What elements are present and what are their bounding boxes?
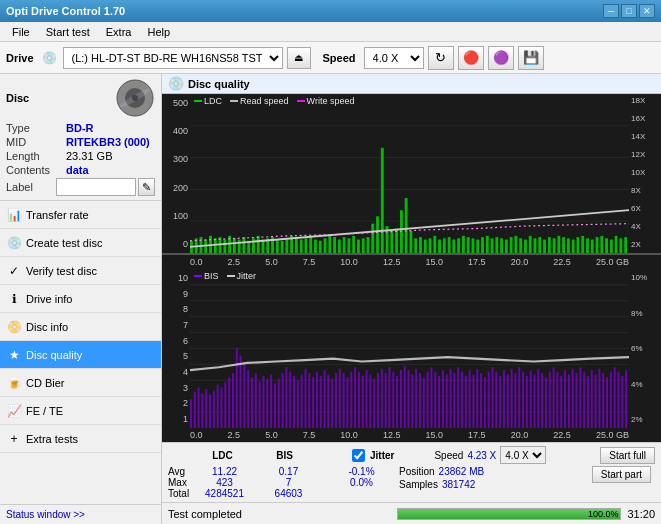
start-full-button[interactable]: Start full xyxy=(600,447,655,464)
svg-rect-179 xyxy=(457,367,459,428)
stats-spacer xyxy=(168,450,188,461)
nav-disc-quality[interactable]: ★ Disc quality xyxy=(0,341,161,369)
svg-rect-26 xyxy=(276,240,279,253)
nav-verify-test-disc[interactable]: ✓ Verify test disc xyxy=(0,257,161,285)
svg-rect-128 xyxy=(263,376,265,428)
app-title: Opti Drive Control 1.70 xyxy=(6,5,125,17)
svg-rect-168 xyxy=(415,369,417,428)
svg-rect-50 xyxy=(390,231,393,253)
eject-button[interactable]: ⏏ xyxy=(287,47,311,69)
svg-rect-42 xyxy=(352,236,355,253)
menu-help[interactable]: Help xyxy=(139,24,178,40)
svg-rect-44 xyxy=(362,238,365,253)
svg-rect-63 xyxy=(452,240,455,253)
svg-rect-124 xyxy=(247,370,249,428)
label-edit-button[interactable]: ✎ xyxy=(138,178,155,196)
nav-verify-test-disc-label: Verify test disc xyxy=(26,265,97,277)
speed-select[interactable]: 4.0 X xyxy=(364,47,424,69)
nav-menu: 📊 Transfer rate 💿 Create test disc ✓ Ver… xyxy=(0,201,161,504)
menu-start-test[interactable]: Start test xyxy=(38,24,98,40)
export-button[interactable]: 💾 xyxy=(518,46,544,70)
svg-rect-131 xyxy=(274,383,276,428)
svg-rect-64 xyxy=(457,238,460,253)
svg-rect-171 xyxy=(427,372,429,428)
svg-rect-194 xyxy=(514,373,516,428)
nav-extra-tests[interactable]: + Extra tests xyxy=(0,425,161,453)
nav-fe-te[interactable]: 📈 FE / TE xyxy=(0,397,161,425)
chart2-y-labels-right: 10% 8% 6% 4% 2% xyxy=(629,269,661,428)
nav-create-test-disc[interactable]: 💿 Create test disc xyxy=(0,229,161,257)
speed-stat-value: 4.23 X xyxy=(467,450,496,461)
svg-rect-69 xyxy=(481,237,484,253)
svg-rect-116 xyxy=(217,385,219,428)
chart2-main: BIS Jitter xyxy=(190,269,629,428)
svg-rect-18 xyxy=(238,240,241,253)
svg-rect-207 xyxy=(564,370,566,428)
svg-rect-211 xyxy=(579,367,581,428)
svg-rect-21 xyxy=(252,238,255,253)
max-bis: 7 xyxy=(261,477,316,488)
samples-value: 381742 xyxy=(442,479,475,490)
svg-rect-204 xyxy=(553,367,555,428)
label-input[interactable] xyxy=(56,178,136,196)
drive-icon: 💿 xyxy=(42,51,57,65)
svg-rect-169 xyxy=(419,373,421,428)
svg-rect-152 xyxy=(354,367,356,428)
svg-rect-112 xyxy=(201,393,203,428)
svg-rect-83 xyxy=(548,237,551,253)
svg-rect-136 xyxy=(293,376,295,428)
svg-rect-188 xyxy=(492,367,494,428)
svg-rect-70 xyxy=(486,236,489,253)
legend-bis-label: BIS xyxy=(204,271,219,281)
bis-dot xyxy=(194,275,202,277)
chart1-svg xyxy=(190,94,629,253)
nav-fe-te-label: FE / TE xyxy=(26,405,63,417)
nav-drive-info[interactable]: ℹ Drive info xyxy=(0,285,161,313)
stats-header-row: LDC BIS Jitter Speed 4.23 X 4.0 X xyxy=(168,446,655,464)
svg-rect-86 xyxy=(562,237,565,253)
save-button[interactable]: 🟣 xyxy=(488,46,514,70)
speed-stat-select[interactable]: 4.0 X xyxy=(500,446,546,464)
nav-transfer-rate[interactable]: 📊 Transfer rate xyxy=(0,201,161,229)
disc-icon xyxy=(115,78,155,118)
close-button[interactable]: ✕ xyxy=(639,4,655,18)
nav-cd-bier[interactable]: 🍺 CD Bier xyxy=(0,369,161,397)
avg-ldc: 11.22 xyxy=(192,466,257,477)
jitter-dot xyxy=(227,275,235,277)
svg-rect-19 xyxy=(242,237,245,253)
verify-test-disc-icon: ✓ xyxy=(6,263,22,279)
refresh-button[interactable]: ↻ xyxy=(428,46,454,70)
chart2-container: 10 9 8 7 6 5 4 3 2 1 BIS xyxy=(162,269,661,428)
drive-select[interactable]: (L:) HL-DT-ST BD-RE WH16NS58 TST4 xyxy=(63,47,283,69)
mid-value: RITEKBR3 (000) xyxy=(66,136,150,148)
status-window-button[interactable]: Status window >> xyxy=(0,504,161,524)
position-value: 23862 MB xyxy=(439,466,485,477)
jitter-checkbox[interactable] xyxy=(352,449,365,462)
legend-bis: BIS xyxy=(194,271,219,281)
svg-rect-91 xyxy=(586,238,589,253)
stats-area: LDC BIS Jitter Speed 4.23 X 4.0 X xyxy=(162,442,661,502)
svg-rect-167 xyxy=(411,375,413,428)
svg-rect-149 xyxy=(343,373,345,428)
svg-rect-166 xyxy=(408,370,410,428)
menu-extra[interactable]: Extra xyxy=(98,24,140,40)
maximize-button[interactable]: □ xyxy=(621,4,637,18)
svg-rect-79 xyxy=(529,236,532,253)
minimize-button[interactable]: ─ xyxy=(603,4,619,18)
svg-rect-61 xyxy=(443,238,446,253)
svg-rect-67 xyxy=(472,238,475,253)
svg-rect-158 xyxy=(377,373,379,428)
menu-bar: File Start test Extra Help xyxy=(0,22,661,42)
window-controls: ─ □ ✕ xyxy=(603,4,655,18)
nav-disc-info[interactable]: 📀 Disc info xyxy=(0,313,161,341)
svg-rect-212 xyxy=(583,372,585,428)
settings-button[interactable]: 🔴 xyxy=(458,46,484,70)
svg-rect-97 xyxy=(615,236,618,253)
svg-rect-53 xyxy=(405,198,408,253)
svg-rect-189 xyxy=(495,372,497,428)
cd-bier-icon: 🍺 xyxy=(6,375,22,391)
start-part-button[interactable]: Start part xyxy=(592,466,651,483)
svg-rect-117 xyxy=(221,388,223,428)
svg-rect-68 xyxy=(476,240,479,253)
menu-file[interactable]: File xyxy=(4,24,38,40)
